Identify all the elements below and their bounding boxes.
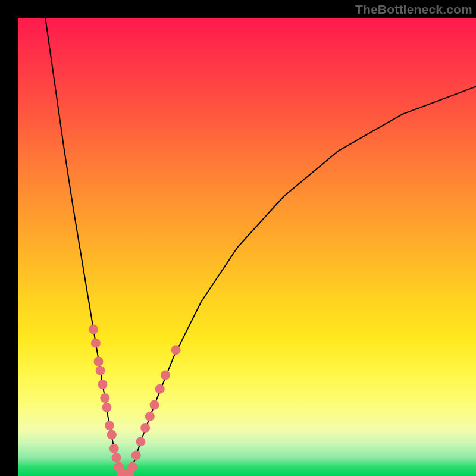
data-point — [96, 366, 105, 375]
data-point — [150, 400, 159, 410]
data-point — [136, 437, 145, 446]
chart-svg — [18, 18, 476, 476]
data-point — [102, 403, 111, 412]
data-point — [91, 339, 101, 348]
data-point — [105, 421, 114, 430]
data-point — [98, 380, 107, 389]
plot-area — [18, 18, 476, 476]
data-point — [94, 357, 104, 367]
chart-frame: TheBottleneck.com — [0, 0, 476, 476]
data-point — [155, 384, 165, 394]
data-point — [100, 393, 109, 403]
data-point — [145, 412, 155, 421]
data-point — [109, 444, 119, 453]
data-point — [171, 345, 181, 355]
data-point — [112, 453, 121, 462]
data-point — [140, 423, 150, 433]
data-points-group — [89, 325, 181, 476]
data-point — [128, 462, 137, 472]
watermark-label: TheBottleneck.com — [355, 2, 472, 17]
data-point — [161, 371, 170, 380]
data-point — [89, 325, 98, 334]
data-point — [131, 450, 141, 460]
data-point — [107, 430, 117, 440]
